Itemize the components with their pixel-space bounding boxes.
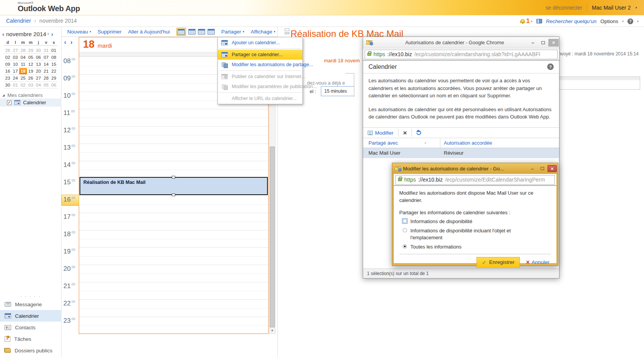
options-menu[interactable]: Options xyxy=(600,18,618,24)
modify-button[interactable]: Modifier xyxy=(375,130,393,136)
hour-slot[interactable] xyxy=(79,300,268,317)
current-user-menu[interactable]: Mac Mail User 2 xyxy=(592,5,631,11)
hour-slot[interactable] xyxy=(79,230,268,248)
view-menu-button[interactable]: Affichage ▾ xyxy=(251,29,276,35)
mini-calendar-day[interactable]: 26 xyxy=(27,75,35,81)
mini-calendar-day[interactable]: 26 xyxy=(4,47,12,53)
breadcrumb-calendar-link[interactable]: Calendrier xyxy=(6,18,31,24)
mini-calendar-day[interactable]: 14 xyxy=(42,61,50,67)
mini-calendar-day[interactable]: 24 xyxy=(12,75,19,81)
mini-calendar-day[interactable]: 31 xyxy=(42,47,50,53)
delete-button[interactable]: Supprimer xyxy=(98,29,121,35)
radio-button[interactable] xyxy=(403,244,407,249)
window-titlebar[interactable]: Autorisations de calendrier - Google Chr… xyxy=(363,37,559,48)
find-someone-link[interactable]: Rechercher quelqu'un xyxy=(546,18,597,24)
window-titlebar[interactable]: Modifier les autorisations de calendrier… xyxy=(392,163,558,174)
mini-calendar-day[interactable]: 06 xyxy=(50,82,58,88)
close-button[interactable]: × xyxy=(548,39,559,47)
mini-calendar-day[interactable]: 30 xyxy=(35,47,42,53)
share-menu-button[interactable]: Partager ▾ xyxy=(221,29,244,35)
cancel-button[interactable]: × Annuler xyxy=(526,259,549,266)
share-menu-item-2[interactable]: Modifier les autorisations de partage... xyxy=(218,60,302,70)
close-button[interactable]: × xyxy=(548,165,557,172)
sidebar-item-3[interactable]: Tâches xyxy=(0,333,61,345)
calendar-event[interactable]: Réalisation de KB Mac Mail xyxy=(80,177,268,195)
day-view-button-selected[interactable] xyxy=(176,28,186,36)
nav-resize-handle[interactable]: · · · · · xyxy=(0,294,61,299)
mini-calendar-day[interactable]: 25 xyxy=(19,75,27,81)
mini-calendar-day[interactable]: 30 xyxy=(4,82,12,88)
mini-calendar-day[interactable]: 18 xyxy=(19,68,27,74)
radio-button[interactable] xyxy=(403,228,407,232)
address-book-icon[interactable] xyxy=(536,19,542,23)
column-permission[interactable]: Autorisation accordée xyxy=(444,140,492,146)
chevron-down-icon[interactable]: ▾ xyxy=(531,20,533,23)
mini-calendar-day[interactable]: 05 xyxy=(42,82,50,88)
mini-calendar-day[interactable]: 01 xyxy=(12,82,19,88)
mini-calendar-day[interactable]: 02 xyxy=(19,82,27,88)
reminders-button[interactable]: 1 ▾ xyxy=(520,17,532,25)
mini-calendar-day[interactable]: 29 xyxy=(27,47,35,53)
expand-icon[interactable]: ◢ xyxy=(2,93,5,97)
mini-calendar-day[interactable]: 19 xyxy=(27,68,35,74)
maximize-button[interactable] xyxy=(538,39,548,47)
previous-day-button[interactable]: ‹ xyxy=(64,39,66,46)
hour-slot[interactable] xyxy=(79,196,268,213)
chevron-down-icon[interactable]: ▾ xyxy=(637,20,639,23)
mini-calendar-day[interactable]: 27 xyxy=(12,47,19,53)
mini-calendar-day[interactable]: 28 xyxy=(19,47,27,53)
share-menu-item-0[interactable]: Ajouter un calendrier... xyxy=(218,38,302,48)
month-view-icon[interactable] xyxy=(207,29,215,35)
mini-calendar-title[interactable]: novembre 2014 xyxy=(6,31,46,37)
url-field[interactable]: https://ex10.biz/ecp/customize/calendars… xyxy=(365,50,558,59)
go-to-today-button[interactable]: Aller à Aujourd'hui xyxy=(128,29,169,35)
mini-calendar-day[interactable]: 27 xyxy=(35,75,42,81)
hour-slot[interactable] xyxy=(79,248,268,265)
save-button[interactable]: ✓ Enregistrer xyxy=(476,257,520,268)
help-icon[interactable]: ? xyxy=(627,18,633,24)
mini-calendar-prev-button[interactable]: ‹ xyxy=(2,31,4,37)
mini-calendar-day[interactable]: 22 xyxy=(50,68,58,74)
mini-calendar-day[interactable]: 10 xyxy=(12,61,19,67)
help-icon[interactable]: ? xyxy=(547,63,554,70)
mini-calendar-day[interactable]: 28 xyxy=(42,75,50,81)
mini-calendar-day[interactable]: 20 xyxy=(35,68,42,74)
hour-slot[interactable] xyxy=(79,317,268,334)
column-shared-with[interactable]: Partagé avec xyxy=(368,140,398,146)
radio-button[interactable] xyxy=(403,219,407,223)
mini-calendar-day[interactable]: 04 xyxy=(19,54,27,60)
mini-calendar-day[interactable]: 05 xyxy=(27,54,35,60)
share-menu-item-1[interactable]: Partager ce calendrier... xyxy=(218,50,302,60)
mini-calendar-day[interactable]: 03 xyxy=(27,82,35,88)
scrollbar-down-button[interactable]: ▼ xyxy=(269,328,275,334)
calendar-list-item[interactable]: ✓ Calendrier xyxy=(0,98,61,107)
hour-slot[interactable] xyxy=(79,282,268,300)
new-button[interactable]: Nouveau ▾ xyxy=(67,29,91,35)
mini-calendar-day[interactable]: 03 xyxy=(12,54,19,60)
hour-slot[interactable] xyxy=(79,127,268,144)
next-day-button[interactable]: › xyxy=(70,39,72,46)
mini-calendar-day[interactable]: 13 xyxy=(35,61,42,67)
chevron-down-icon[interactable]: ▾ xyxy=(622,20,624,23)
share-option-0[interactable]: Informations de disponibilité xyxy=(402,218,551,225)
mini-calendar-day[interactable]: 12 xyxy=(27,61,35,67)
mini-calendar-day[interactable]: 16 xyxy=(4,68,12,74)
minimize-button[interactable]: – xyxy=(528,165,537,172)
mini-calendar-day[interactable]: 06 xyxy=(35,54,42,60)
work-week-view-icon[interactable] xyxy=(188,29,196,35)
mini-calendar-next-button[interactable]: › xyxy=(51,31,53,37)
mini-calendar-day[interactable]: 21 xyxy=(42,68,50,74)
scrollbar-thumb[interactable] xyxy=(270,147,275,327)
mini-calendar-day[interactable]: 07 xyxy=(42,54,50,60)
my-calendars-header[interactable]: ◢ Mes calendriers xyxy=(2,92,43,98)
appointment-field[interactable] xyxy=(559,77,640,90)
calendar-checkbox[interactable]: ✓ xyxy=(7,100,12,105)
mini-calendar-day[interactable]: 08 xyxy=(50,54,58,60)
share-option-1[interactable]: Informations de disponibilité incluant l… xyxy=(402,227,551,241)
url-field[interactable]: https://ex10.biz/ecp/customize/EditCalen… xyxy=(395,175,555,185)
mini-calendar-day[interactable]: 15 xyxy=(50,61,58,67)
mini-calendar-day[interactable]: 11 xyxy=(19,61,27,67)
sidebar-item-2[interactable]: Contacts xyxy=(0,322,61,333)
sidebar-item-1[interactable]: Calendrier xyxy=(0,310,61,322)
mini-calendar-day[interactable]: 17 xyxy=(12,68,19,74)
